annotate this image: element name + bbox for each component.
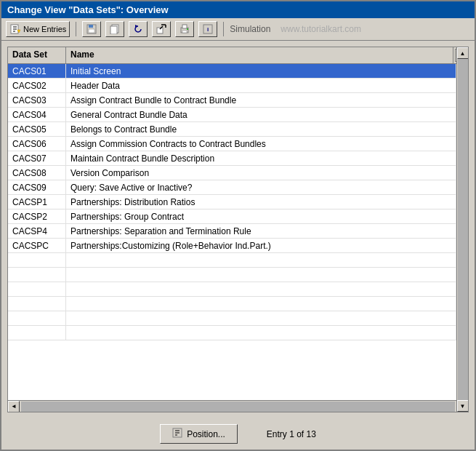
table-row[interactable]: CACS06Assign Commission Contracts to Con… <box>8 137 456 151</box>
horizontal-scrollbar[interactable]: ◄ ► <box>8 400 468 412</box>
cell-name: Header Data <box>66 79 456 92</box>
table-row[interactable]: CACSP1Partnerships: Distribution Ratios <box>8 195 456 209</box>
cell-name: Query: Save Active or Inactive? <box>66 180 456 194</box>
export-icon <box>156 23 167 35</box>
table-row-empty <box>8 297 456 311</box>
undo-icon <box>132 23 144 35</box>
table-row-empty <box>8 268 456 282</box>
info-button[interactable]: i <box>198 21 217 37</box>
copy-icon <box>109 23 121 35</box>
scroll-up-button[interactable]: ▲ <box>457 47 469 59</box>
cell-dataset: CACS08 <box>8 166 66 180</box>
svg-rect-9 <box>110 26 117 34</box>
position-label: Position... <box>187 429 225 439</box>
table-container: Data Set Name <box>7 47 469 412</box>
save-button[interactable] <box>82 21 101 37</box>
toolbar: New Entries <box>1 18 475 41</box>
svg-rect-7 <box>89 29 94 33</box>
cell-dataset: CACSPC <box>8 239 66 252</box>
separator-2 <box>223 22 224 36</box>
cell-dataset: CACSP2 <box>8 209 66 223</box>
table-row[interactable]: CACS08Version Comparison <box>8 166 456 180</box>
cell-dataset: CACSP1 <box>8 195 66 209</box>
save-icon <box>86 23 97 35</box>
window-title: Change View "Data Sets": Overview <box>7 4 169 15</box>
cell-dataset: CACS03 <box>8 93 66 107</box>
copy-button[interactable] <box>105 21 124 37</box>
scroll-down-button[interactable]: ▼ <box>457 400 469 412</box>
table-body: CACS01Initial ScreenCACS02Header DataCAC… <box>8 64 468 400</box>
cell-dataset: CACSP4 <box>8 224 66 238</box>
cell-dataset: CACS06 <box>8 137 66 151</box>
scroll-track-h[interactable] <box>21 402 455 412</box>
column-header-name: Name <box>66 47 453 63</box>
svg-rect-16 <box>182 25 187 28</box>
column-header-dataset: Data Set <box>8 47 66 63</box>
vertical-scrollbar[interactable]: ▲ ▼ <box>456 47 468 412</box>
footer: Position... Entry 1 of 13 <box>1 418 475 450</box>
new-entries-icon <box>9 23 21 35</box>
table-row[interactable]: CACSP4Partnerships: Separation and Termi… <box>8 224 456 239</box>
info-icon: i <box>202 23 214 35</box>
table-row[interactable]: CACS04General Contract Bundle Data <box>8 108 456 122</box>
content-area: Data Set Name <box>1 41 475 418</box>
cell-dataset: CACS07 <box>8 151 66 165</box>
table-row[interactable]: CACSPCPartnerships:Customizing (Role+Beh… <box>8 239 456 253</box>
cell-name: Partnerships: Distribution Ratios <box>66 195 456 209</box>
export-button[interactable] <box>152 21 171 37</box>
print-icon <box>179 23 190 35</box>
cell-dataset: CACS09 <box>8 180 66 194</box>
cell-dataset: CACS02 <box>8 79 66 92</box>
cell-name: Version Comparison <box>66 166 456 180</box>
cell-name: General Contract Bundle Data <box>66 108 456 121</box>
watermark: www.tutorialkart.com <box>281 24 361 34</box>
simulation-label: Simulation <box>230 24 270 34</box>
cell-name: Partnerships: Group Contract <box>66 209 456 223</box>
table-row[interactable]: CACS02Header Data <box>8 79 456 93</box>
table-row-empty <box>8 311 456 326</box>
title-bar: Change View "Data Sets": Overview <box>1 1 475 18</box>
main-window: Change View "Data Sets": Overview New En… <box>0 0 476 451</box>
undo-button[interactable] <box>129 21 148 37</box>
cell-name: Initial Screen <box>66 64 456 78</box>
table-row-empty <box>8 253 456 268</box>
scroll-track-v[interactable] <box>458 59 468 400</box>
table-row[interactable]: CACS05Belongs to Contract Bundle <box>8 122 456 137</box>
cell-name: Belongs to Contract Bundle <box>66 122 456 136</box>
table-row[interactable]: CACS09Query: Save Active or Inactive? <box>8 180 456 195</box>
cell-name: Partnerships:Customizing (Role+Behavior … <box>66 239 456 252</box>
separator-1 <box>76 22 76 36</box>
table-row[interactable]: CACSP2Partnerships: Group Contract <box>8 209 456 224</box>
new-entries-label: New Entries <box>23 25 66 33</box>
print-button[interactable] <box>175 21 194 37</box>
cell-dataset: CACS04 <box>8 108 66 121</box>
svg-point-18 <box>187 28 188 30</box>
table-row[interactable]: CACS01Initial Screen <box>8 64 456 79</box>
cell-name: Maintain Contract Bundle Description <box>66 151 456 165</box>
position-icon <box>172 428 182 440</box>
position-button[interactable]: Position... <box>160 424 238 444</box>
entry-info: Entry 1 of 13 <box>267 429 316 439</box>
svg-text:i: i <box>207 26 209 33</box>
cell-dataset: CACS01 <box>8 64 66 78</box>
cell-name: Assign Commission Contracts to Contract … <box>66 137 456 151</box>
table-header: Data Set Name <box>8 47 468 64</box>
scroll-left-button[interactable]: ◄ <box>8 401 20 412</box>
table-row[interactable]: CACS07Maintain Contract Bundle Descripti… <box>8 151 456 166</box>
table-row-empty <box>8 282 456 297</box>
new-entries-button[interactable]: New Entries <box>6 21 70 37</box>
svg-rect-17 <box>182 31 187 33</box>
svg-rect-6 <box>89 25 93 28</box>
cell-dataset: CACS05 <box>8 122 66 136</box>
table-row-empty <box>8 326 456 340</box>
table-row[interactable]: CACS03Assign Contract Bundle to Contract… <box>8 93 456 108</box>
cell-name: Partnerships: Separation and Termination… <box>66 224 456 238</box>
cell-name: Assign Contract Bundle to Contract Bundl… <box>66 93 456 107</box>
